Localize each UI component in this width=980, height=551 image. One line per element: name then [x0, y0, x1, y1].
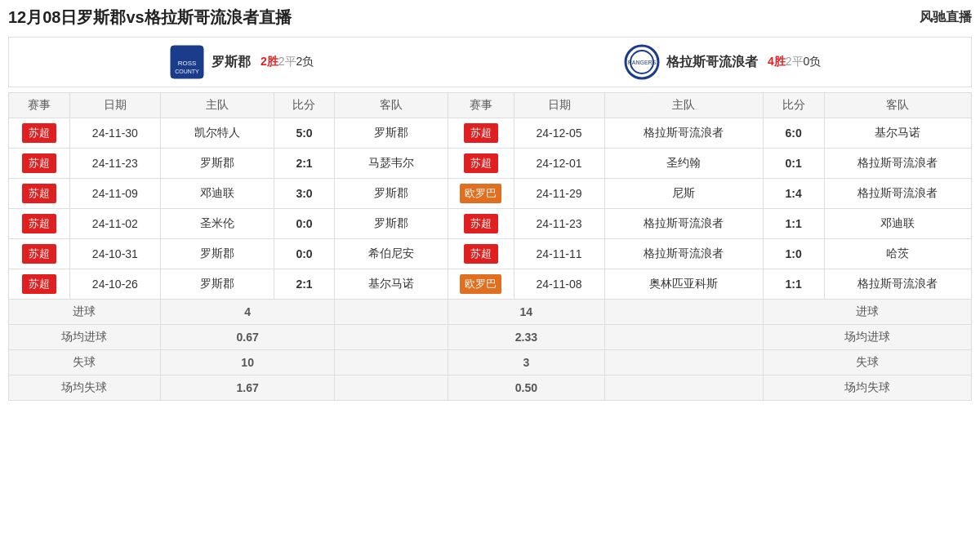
svg-text:COUNTY: COUNTY — [175, 69, 199, 74]
svg-text:ROSS: ROSS — [178, 60, 197, 67]
table-cell: 罗斯郡 — [335, 179, 448, 209]
stat-value-left: 4 — [160, 300, 335, 325]
table-cell: 24-12-05 — [514, 118, 604, 149]
right-team-name: 格拉斯哥流浪者 — [666, 54, 758, 71]
stat-label-right: 进球 — [763, 300, 971, 325]
table-cell: 24-11-11 — [514, 239, 604, 269]
left-team-record: 2胜2平2负 — [261, 55, 314, 69]
col-left-match: 赛事 — [9, 93, 70, 118]
table-cell: 6:0 — [763, 118, 824, 149]
table-cell: 基尔马诺 — [824, 118, 971, 149]
table-cell: 24-11-29 — [514, 179, 604, 209]
table-cell: 基尔马诺 — [335, 269, 448, 300]
stats-row: 场均进球0.672.33场均进球 — [9, 325, 972, 350]
table-cell: 希伯尼安 — [335, 239, 448, 269]
stat-label-left: 失球 — [9, 350, 161, 375]
table-cell: 1:1 — [763, 209, 824, 239]
right-team-record: 4胜2平0负 — [768, 55, 821, 69]
league-badge: 欧罗巴 — [460, 274, 501, 294]
table-cell: 格拉斯哥流浪者 — [824, 149, 971, 179]
league-badge: 苏超 — [464, 214, 498, 233]
stat-label-left: 进球 — [9, 300, 161, 325]
table-row: 苏超24-11-09邓迪联3:0罗斯郡欧罗巴24-11-29尼斯1:4格拉斯哥流… — [9, 179, 972, 209]
table-cell: 圣米伦 — [160, 209, 274, 239]
table-cell: 0:0 — [274, 209, 335, 239]
left-team-logo: ROSS COUNTY — [169, 44, 205, 80]
table-cell: 罗斯郡 — [160, 149, 274, 179]
brand-label: 风驰直播 — [920, 9, 972, 26]
table-cell: 5:0 — [274, 118, 335, 149]
stat-value-mid: 0.50 — [448, 375, 604, 401]
col-right-date: 日期 — [514, 93, 604, 118]
right-team-logo: RANGERS — [624, 44, 660, 80]
stat-value-left: 10 — [160, 350, 335, 375]
stat-label-right: 场均进球 — [763, 325, 971, 350]
table-cell: 罗斯郡 — [160, 269, 274, 300]
table-cell: 罗斯郡 — [335, 209, 448, 239]
table-cell: 1:0 — [763, 239, 824, 269]
table-cell: 24-11-08 — [514, 269, 604, 300]
left-team-header: ROSS COUNTY 罗斯郡 2胜2平2负 — [9, 38, 474, 87]
league-badge: 苏超 — [22, 214, 56, 233]
stat-label-right: 失球 — [763, 350, 971, 375]
table-cell: 2:1 — [274, 149, 335, 179]
table-cell: 24-10-31 — [69, 239, 160, 269]
table-row: 苏超24-11-23罗斯郡2:1马瑟韦尔苏超24-12-01圣约翰0:1格拉斯哥… — [9, 149, 972, 179]
stat-label-left: 场均进球 — [9, 325, 161, 350]
table-cell: 罗斯郡 — [160, 239, 274, 269]
table-cell: 凯尔特人 — [160, 118, 274, 149]
main-table: 赛事 日期 主队 比分 客队 赛事 日期 主队 比分 客队 苏超24-11-30… — [8, 92, 972, 401]
league-badge: 苏超 — [22, 244, 56, 264]
league-badge: 苏超 — [22, 123, 56, 143]
table-row: 苏超24-11-30凯尔特人5:0罗斯郡苏超24-12-05格拉斯哥流浪者6:0… — [9, 118, 972, 149]
table-cell: 24-11-23 — [514, 209, 604, 239]
stats-row: 失球103失球 — [9, 350, 972, 375]
col-right-match: 赛事 — [448, 93, 514, 118]
col-left-date: 日期 — [69, 93, 160, 118]
page-header: 12月08日罗斯郡vs格拉斯哥流浪者直播 风驰直播 — [8, 7, 972, 29]
table-cell: 24-11-23 — [69, 149, 160, 179]
table-cell: 24-12-01 — [514, 149, 604, 179]
table-cell: 邓迪联 — [160, 179, 274, 209]
page-wrapper: 12月08日罗斯郡vs格拉斯哥流浪者直播 风驰直播 ROSS COUNTY 罗斯… — [0, 0, 980, 407]
table-cell: 马瑟韦尔 — [335, 149, 448, 179]
table-cell: 24-11-02 — [69, 209, 160, 239]
table-cell: 2:1 — [274, 269, 335, 300]
table-cell: 格拉斯哥流浪者 — [824, 179, 971, 209]
table-cell: 格拉斯哥流浪者 — [604, 239, 763, 269]
stat-value-mid: 3 — [448, 350, 604, 375]
table-cell: 0:1 — [763, 149, 824, 179]
col-right-score: 比分 — [763, 93, 824, 118]
table-cell: 格拉斯哥流浪者 — [604, 209, 763, 239]
league-badge: 苏超 — [22, 274, 56, 294]
league-badge: 苏超 — [464, 153, 498, 173]
left-team-name: 罗斯郡 — [212, 54, 251, 71]
table-row: 苏超24-11-02圣米伦0:0罗斯郡苏超24-11-23格拉斯哥流浪者1:1邓… — [9, 209, 972, 239]
league-badge: 欧罗巴 — [460, 184, 501, 203]
stat-value-left: 0.67 — [160, 325, 335, 350]
table-header-row: 赛事 日期 主队 比分 客队 赛事 日期 主队 比分 客队 — [9, 93, 972, 118]
league-badge: 苏超 — [22, 153, 56, 173]
table-cell: 尼斯 — [604, 179, 763, 209]
stat-value-left: 1.67 — [160, 375, 335, 401]
right-team-header: RANGERS 格拉斯哥流浪者 4胜2平0负 — [474, 38, 971, 87]
svg-text:RANGERS: RANGERS — [628, 60, 657, 65]
table-cell: 3:0 — [274, 179, 335, 209]
table-cell: 1:1 — [763, 269, 824, 300]
col-right-away: 客队 — [824, 93, 971, 118]
table-cell: 0:0 — [274, 239, 335, 269]
page-title: 12月08日罗斯郡vs格拉斯哥流浪者直播 — [8, 7, 292, 29]
table-cell: 邓迪联 — [824, 209, 971, 239]
col-left-home: 主队 — [160, 93, 274, 118]
stat-value-mid: 2.33 — [448, 325, 604, 350]
table-cell: 格拉斯哥流浪者 — [604, 118, 763, 149]
stat-label-left: 场均失球 — [9, 375, 161, 401]
table-cell: 24-11-30 — [69, 118, 160, 149]
stats-row: 场均失球1.670.50场均失球 — [9, 375, 972, 401]
league-badge: 苏超 — [464, 244, 498, 264]
table-cell: 罗斯郡 — [335, 118, 448, 149]
table-cell: 圣约翰 — [604, 149, 763, 179]
col-left-away: 客队 — [335, 93, 448, 118]
stats-row: 进球414进球 — [9, 300, 972, 325]
stat-label-right: 场均失球 — [763, 375, 971, 401]
